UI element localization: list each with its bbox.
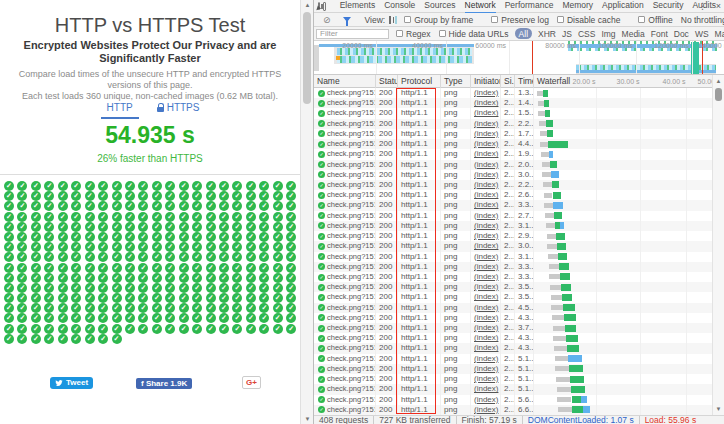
table-row[interactable]: ✓check.png?1512...200http/1.1png(index)2… (314, 354, 713, 364)
initiator-link[interactable]: (index) (474, 211, 498, 220)
filter-type-css[interactable]: CSS (578, 29, 595, 39)
tweet-button[interactable]: Tweet (50, 377, 93, 389)
table-row[interactable]: ✓check.png?1512...200http/1.1png(index)2… (314, 108, 713, 118)
table-row[interactable]: ✓check.png?1512...200http/1.1png(index)2… (314, 88, 713, 98)
table-row[interactable]: ✓check.png?1512...200http/1.1png(index)2… (314, 405, 713, 415)
column-header-type[interactable]: Type (441, 75, 471, 88)
regex-checkbox[interactable]: Regex (396, 29, 431, 39)
table-row[interactable]: ✓check.png?1512...200http/1.1png(index)2… (314, 282, 713, 292)
checkbox-icon[interactable] (491, 16, 498, 23)
scrollbar-thumb[interactable] (715, 88, 722, 101)
grid-view-icon[interactable] (389, 16, 391, 24)
table-row[interactable]: ✓check.png?1512...200http/1.1png(index)2… (314, 333, 713, 343)
filter-type-font[interactable]: Font (651, 29, 668, 39)
initiator-link[interactable]: (index) (474, 395, 498, 404)
table-row[interactable]: ✓check.png?1512...200http/1.1png(index)2… (314, 160, 713, 170)
gplus-button[interactable]: G+ (242, 376, 261, 389)
table-row[interactable]: ✓check.png?1512...200http/1.1png(index)2… (314, 129, 713, 139)
throttling-dropdown[interactable]: No throttling▼ (681, 15, 724, 25)
initiator-link[interactable]: (index) (474, 119, 498, 128)
checkbox-icon[interactable] (439, 30, 446, 37)
table-row[interactable]: ✓check.png?1512...200http/1.1png(index)2… (314, 241, 713, 251)
table-row[interactable]: ✓check.png?1512...200http/1.1png(index)2… (314, 272, 713, 282)
device-toolbar-icon[interactable] (323, 2, 325, 11)
overview[interactable]: 20000 ms40000 ms60000 ms80000 ms100000 m… (314, 41, 724, 75)
table-row[interactable]: ✓check.png?1512...200http/1.1png(index)2… (314, 313, 713, 323)
inspect-element-icon[interactable] (318, 2, 320, 10)
initiator-link[interactable]: (index) (474, 323, 498, 332)
checkbox-icon[interactable] (638, 16, 645, 23)
initiator-link[interactable]: (index) (474, 170, 498, 179)
checkbox-icon[interactable] (557, 16, 564, 23)
filter-type-media[interactable]: Media (622, 29, 645, 39)
initiator-link[interactable]: (index) (474, 139, 498, 148)
tab-https[interactable]: HTTPS (157, 102, 200, 119)
table-row[interactable]: ✓check.png?1512...200http/1.1png(index)2… (314, 119, 713, 129)
table-row[interactable]: ✓check.png?1512...200http/1.1png(index)2… (314, 364, 713, 374)
preserve-log-checkbox[interactable]: Preserve log (491, 15, 549, 25)
group-by-frame-checkbox[interactable]: Group by frame (404, 15, 473, 25)
initiator-link[interactable]: (index) (474, 98, 498, 107)
column-header-time[interactable]: Time (515, 75, 534, 88)
initiator-link[interactable]: (index) (474, 374, 498, 383)
initiator-link[interactable]: (index) (474, 343, 498, 352)
devtools-menu-icon[interactable]: ⋮ (698, 0, 707, 13)
filter-type-manifest[interactable]: Manifest (715, 29, 724, 39)
column-header-initiator[interactable]: Initiator (471, 75, 501, 88)
filter-type-ws[interactable]: WS (695, 29, 709, 39)
table-row[interactable]: ✓check.png?1512...200http/1.1png(index)2… (314, 262, 713, 272)
filter-type-js[interactable]: JS (562, 29, 572, 39)
initiator-link[interactable]: (index) (474, 149, 498, 158)
table-row[interactable]: ✓check.png?1512...200http/1.1png(index)2… (314, 395, 713, 405)
initiator-link[interactable]: (index) (474, 108, 498, 117)
initiator-link[interactable]: (index) (474, 252, 498, 261)
initiator-link[interactable]: (index) (474, 200, 498, 209)
disable-cache-checkbox[interactable]: Disable cache (557, 15, 620, 25)
scrollbar-thumb[interactable] (303, 12, 311, 104)
initiator-link[interactable]: (index) (474, 354, 498, 363)
tab-sources[interactable]: Sources (424, 0, 455, 14)
initiator-link[interactable]: (index) (474, 384, 498, 393)
tab-application[interactable]: Application (602, 0, 644, 14)
table-row[interactable]: ✓check.png?1512...200http/1.1png(index)2… (314, 343, 713, 353)
initiator-link[interactable]: (index) (474, 180, 498, 189)
tab-security[interactable]: Security (653, 0, 684, 14)
devtools-close-icon[interactable]: × (716, 0, 721, 13)
table-scrollbar[interactable]: ▲ ▼ (712, 75, 724, 415)
facebook-share-button[interactable]: f Share 1.9K (136, 378, 192, 389)
initiator-link[interactable]: (index) (474, 303, 498, 312)
filter-type-doc[interactable]: Doc (674, 29, 689, 39)
column-header-protocol[interactable]: Protocol (398, 75, 441, 88)
initiator-link[interactable]: (index) (474, 88, 498, 97)
initiator-link[interactable]: (index) (474, 272, 498, 281)
table-row[interactable]: ✓check.png?1512...200http/1.1png(index)2… (314, 303, 713, 313)
filter-input[interactable] (316, 29, 389, 39)
table-row[interactable]: ✓check.png?1512...200http/1.1png(index)2… (314, 384, 713, 394)
initiator-link[interactable]: (index) (474, 333, 498, 342)
table-row[interactable]: ✓check.png?1512...200http/1.1png(index)2… (314, 292, 713, 302)
initiator-link[interactable]: (index) (474, 292, 498, 301)
table-row[interactable]: ✓check.png?1512...200http/1.1png(index)2… (314, 211, 713, 221)
initiator-link[interactable]: (index) (474, 129, 498, 138)
tab-memory[interactable]: Memory (562, 0, 593, 14)
initiator-link[interactable]: (index) (474, 313, 498, 322)
checkbox-icon[interactable] (404, 16, 411, 23)
column-header-name[interactable]: Name (314, 75, 376, 88)
initiator-link[interactable]: (index) (474, 241, 498, 250)
column-header-status[interactable]: Status (376, 75, 398, 88)
table-row[interactable]: ✓check.png?1512...200http/1.1png(index)2… (314, 190, 713, 200)
checkbox-icon[interactable] (396, 30, 403, 37)
tab-http[interactable]: HTTP (101, 102, 139, 119)
initiator-link[interactable]: (index) (474, 160, 498, 169)
column-header-waterfall[interactable]: Waterfall20.00 s30.00 s40.00 s50.00 s (534, 75, 713, 88)
offline-checkbox[interactable]: Offline (638, 15, 672, 25)
table-row[interactable]: ✓check.png?1512...200http/1.1png(index)2… (314, 323, 713, 333)
waterfall-view-icon[interactable] (395, 16, 397, 24)
tab-elements[interactable]: Elements (340, 0, 375, 14)
initiator-link[interactable]: (index) (474, 221, 498, 230)
table-row[interactable]: ✓check.png?1512...200http/1.1png(index)2… (314, 221, 713, 231)
filter-type-img[interactable]: Img (601, 29, 615, 39)
table-row[interactable]: ✓check.png?1512...200http/1.1png(index)2… (314, 200, 713, 210)
table-row[interactable]: ✓check.png?1512...200http/1.1png(index)2… (314, 252, 713, 262)
page-scrollbar[interactable]: ▲ ▼ (300, 0, 313, 424)
